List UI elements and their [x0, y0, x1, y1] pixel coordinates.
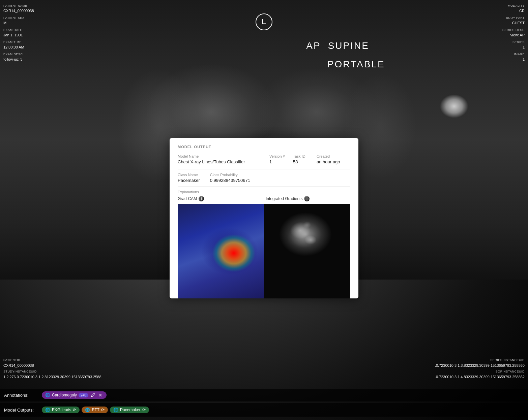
- body-part-label: BODY PART: [502, 15, 525, 20]
- model-outputs-bar: Model Outputs: 🌐 EKG leads ⟳ 🌐 ETT ⟳ 🌐 P…: [0, 403, 528, 417]
- patient-id-label: PatientID: [3, 358, 101, 363]
- explanation-methods: Grad-CAM i Integrated Gradients i: [178, 196, 350, 201]
- close-annotation-button[interactable]: ✕: [98, 392, 103, 398]
- series-desc-label: SERIES DESC: [502, 28, 525, 32]
- created-label: Created: [317, 154, 344, 158]
- series-uid-label: SeriesInstanceUID: [435, 358, 525, 363]
- pacemaker-icon: ⟳: [142, 408, 146, 412]
- dicom-info-panel: MODALITY CR BODY PART CHEST SERIES DESC …: [502, 3, 525, 63]
- integrated-gradients-image: [264, 204, 350, 298]
- task-id-value: 58: [293, 159, 310, 164]
- ekg-leads-tag[interactable]: 🌐 EKG leads ⟳: [42, 407, 80, 413]
- patient-sex-value: M: [3, 20, 34, 26]
- globe-icon-ekg: 🌐: [45, 408, 50, 412]
- modal-divider-2: [178, 186, 350, 187]
- integrated-gradients-info-button[interactable]: i: [304, 196, 310, 201]
- patient-sex-label: PATIENT SEX: [3, 15, 34, 20]
- series-label: SERIES: [502, 40, 525, 44]
- cardiomegaly-badge: 240: [79, 393, 88, 397]
- patient-info-panel: PATIENT NAME CXR14_00000038 PATIENT SEX …: [3, 3, 34, 63]
- model-name-value: Chest X-ray Lines/Tubes Classifier: [178, 159, 263, 164]
- cardiomegaly-text: Cardiomegaly: [52, 393, 77, 397]
- explanation-images-container: [178, 204, 350, 298]
- modal-title: MODEL OUTPUT: [178, 145, 350, 149]
- version-label: Version #: [269, 154, 286, 158]
- pacemaker-tag[interactable]: 🌐 Pacemaker ⟳: [110, 407, 149, 413]
- integrated-gradients-label: Integrated Gradients: [266, 196, 302, 201]
- class-prob-label: Class Probability: [210, 173, 250, 177]
- class-prob-value: 0.999288439750671: [210, 178, 250, 183]
- exam-time-label: EXAM TIME: [3, 40, 34, 44]
- bottom-ids-right: SeriesInstanceUID .0.7230010.3.1.3.83233…: [435, 358, 525, 380]
- sop-uid-label: SOPInstanceUID: [435, 369, 525, 374]
- version-value: 1: [269, 159, 286, 164]
- annotations-label: Annotations:: [4, 393, 38, 398]
- created-value: an hour ago: [317, 159, 344, 164]
- grad-cam-info-button[interactable]: i: [199, 196, 204, 201]
- series-uid-value: .0.7230010.3.1.3.8323329.30399.151365979…: [435, 363, 525, 368]
- series-desc-value: view: AP: [502, 32, 525, 38]
- version-col: Version # 1: [269, 154, 293, 164]
- class-name-value: Pacemaker: [178, 178, 200, 183]
- ett-text: ETT: [92, 408, 99, 412]
- exam-time-value: 12:00:00 AM: [3, 44, 34, 51]
- modality-label: MODALITY: [502, 3, 525, 8]
- exam-date-value: Jan 1, 1901: [3, 32, 34, 38]
- exam-desc-label: EXAM DESC: [3, 52, 34, 57]
- class-section: Class Name Pacemaker Class Probability 0…: [178, 173, 350, 183]
- l-marker: L: [256, 13, 272, 30]
- globe-icon-ett: 🌐: [85, 408, 90, 412]
- body-part-value: CHEST: [502, 20, 525, 26]
- class-name-label: Class Name: [178, 173, 200, 177]
- bottom-ids-left: PatientID CXR14_00000038 StudyInstanceUI…: [3, 358, 101, 380]
- pacemaker-text: Pacemaker: [120, 408, 141, 412]
- grad-cam-heatmap: [178, 204, 264, 298]
- ekg-icon: ⟳: [73, 408, 76, 412]
- exam-date-label: EXAM DATE: [3, 28, 34, 32]
- annotations-bar: Annotations: 🌐 Cardiomegaly 240 🖊 ✕: [0, 389, 528, 401]
- patient-name-label: PATIENT NAME: [3, 3, 34, 8]
- model-name-label: Model Name: [178, 154, 263, 158]
- study-uid-value: 1.2.276.0.7230010.3.1.2.8123329.30399.15…: [3, 374, 101, 380]
- image-value: 1: [502, 57, 525, 63]
- grad-cam-method: Grad-CAM i: [178, 196, 262, 201]
- series-value: 1: [502, 44, 525, 51]
- globe-icon-pacemaker: 🌐: [113, 408, 118, 412]
- model-outputs-label: Model Outputs:: [4, 408, 38, 413]
- task-id-label: Task ID: [293, 154, 310, 158]
- integrated-gradients-method: Integrated Gradients i: [262, 196, 350, 201]
- study-uid-label: StudyInstanceUID: [3, 369, 101, 374]
- ett-icon: ⟳: [101, 408, 105, 412]
- class-name-col: Class Name Pacemaker: [178, 173, 200, 183]
- sop-uid-value: .0.7230010.3.1.4.8323329.30399.151365979…: [435, 374, 525, 380]
- modality-value: CR: [502, 8, 525, 14]
- edit-annotation-button[interactable]: 🖊: [90, 392, 96, 398]
- grad-cam-image: [178, 204, 264, 298]
- grad-cam-label: Grad-CAM: [178, 196, 197, 201]
- explanations-label: Explanations: [178, 190, 350, 194]
- image-label: IMAGE: [502, 52, 525, 57]
- modal-divider-1: [178, 169, 350, 169]
- model-name-col: Model Name Chest X-ray Lines/Tubes Class…: [178, 154, 269, 164]
- class-prob-col: Class Probability 0.999288439750671: [210, 173, 250, 183]
- integrated-gradients-visual: [264, 204, 350, 298]
- globe-icon: 🌐: [45, 393, 50, 397]
- cardiomegaly-tag[interactable]: 🌐 Cardiomegaly 240 🖊 ✕: [42, 391, 107, 399]
- exam-desc-value: follow-up: 3: [3, 57, 34, 63]
- task-id-col: Task ID 58: [293, 154, 317, 164]
- ett-tag[interactable]: 🌐 ETT ⟳: [82, 407, 108, 413]
- ekg-leads-text: EKG leads: [52, 408, 71, 412]
- patient-name-value: CXR14_00000038: [3, 8, 34, 14]
- created-col: Created an hour ago: [317, 154, 350, 164]
- model-output-modal: MODEL OUTPUT Model Name Chest X-ray Line…: [170, 138, 358, 298]
- patient-id-value: CXR14_00000038: [3, 363, 101, 368]
